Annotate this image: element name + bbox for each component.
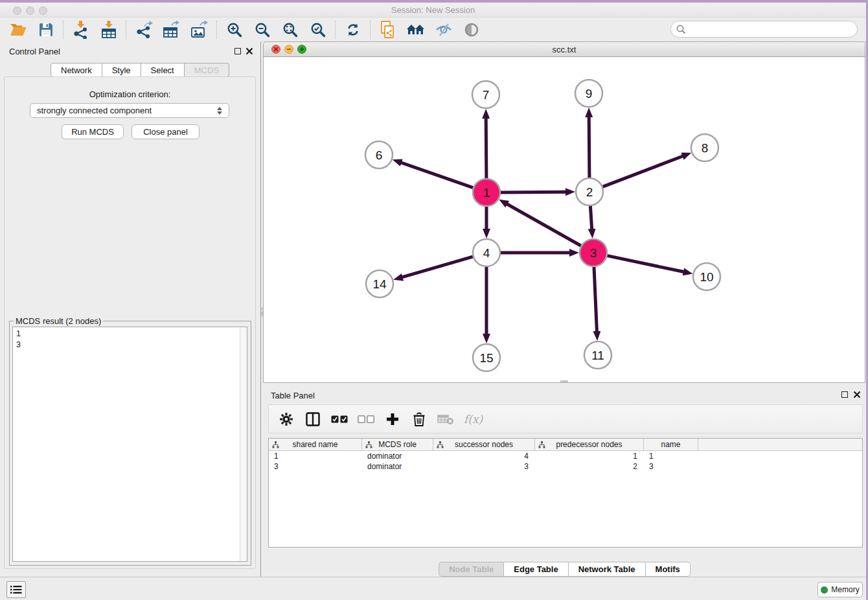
settings-gear-icon[interactable] (278, 411, 295, 428)
table-row[interactable]: 1dominator411 (269, 451, 862, 461)
function-builder-icon[interactable]: f(x) (464, 413, 483, 426)
tab-node-table[interactable]: Node Table (439, 562, 504, 577)
zoom-selected-icon[interactable] (304, 19, 332, 40)
network-canvas[interactable]: 1234678910111415 (264, 57, 865, 382)
svg-text:15: 15 (479, 351, 493, 365)
graph-node-10[interactable]: 10 (693, 263, 720, 290)
table-cell: dominator (362, 461, 433, 472)
deselect-all-icon[interactable] (358, 411, 374, 428)
svg-text:8: 8 (702, 141, 709, 155)
svg-text:4: 4 (483, 246, 490, 260)
horizontal-splitter-grip[interactable] (560, 380, 568, 382)
table-toolbar: f(x) (268, 404, 863, 433)
close-table-panel-icon[interactable] (853, 391, 861, 398)
table-row[interactable]: 3dominator323 (269, 461, 862, 472)
mcds-result-groupbox: MCDS result (2 nodes) 1 3 (9, 321, 251, 566)
refresh-icon[interactable] (339, 19, 367, 40)
tab-mcds[interactable]: MCDS (185, 63, 229, 77)
graph-edge-2-9[interactable] (589, 116, 589, 178)
svg-text:9: 9 (586, 87, 593, 100)
network-titlebar[interactable]: scc.txt (264, 42, 865, 57)
svg-text:14: 14 (372, 277, 387, 291)
graph-node-7[interactable]: 7 (472, 81, 499, 108)
search-input[interactable] (690, 24, 852, 35)
run-mcds-button[interactable]: Run MCDS (62, 124, 124, 139)
criterion-select[interactable]: strongly connected component (30, 103, 229, 118)
graph-edge-1-7[interactable] (486, 117, 486, 178)
graph-node-14[interactable]: 14 (366, 270, 393, 297)
hide-details-icon[interactable] (429, 19, 457, 40)
column-header-shared-name[interactable]: shared name (269, 439, 362, 450)
graph-edge-2-3[interactable] (590, 206, 591, 230)
mcds-result-area[interactable]: 1 3 (12, 327, 247, 562)
export-network-icon[interactable] (130, 19, 157, 40)
network-graph[interactable]: 1234678910111415 (264, 57, 865, 382)
tab-motifs[interactable]: Motifs (646, 562, 691, 577)
table-header-row: shared nameMCDS rolesuccessor nodesprede… (269, 439, 862, 451)
tab-select[interactable]: Select (141, 63, 185, 77)
table-cell: 1 (535, 451, 644, 461)
graph-node-4[interactable]: 4 (473, 239, 500, 266)
result-scrollbar[interactable] (240, 327, 247, 561)
graph-edge-3-10[interactable] (608, 256, 685, 272)
close-panel-button[interactable]: Close panel (131, 124, 200, 139)
select-all-icon[interactable] (331, 411, 348, 428)
graph-node-3[interactable]: 3 (580, 239, 607, 266)
network-title: scc.txt (264, 45, 865, 54)
control-panel-tabs: NetworkStyleSelectMCDS (51, 63, 229, 77)
graph-node-6[interactable]: 6 (365, 141, 393, 168)
graph-node-1[interactable]: 1 (473, 179, 500, 206)
clone-network-icon[interactable] (374, 19, 402, 40)
graph-node-9[interactable]: 9 (575, 80, 602, 107)
graph-edge-3-11[interactable] (594, 267, 597, 332)
column-header-mcds-role[interactable]: MCDS role (362, 439, 433, 450)
zoom-fit-icon[interactable] (276, 19, 304, 40)
close-panel-icon[interactable] (246, 47, 253, 55)
export-image-icon[interactable] (185, 19, 213, 40)
save-icon[interactable] (32, 19, 60, 40)
graph-edge-4-14[interactable] (402, 257, 473, 277)
tab-style[interactable]: Style (102, 63, 141, 77)
table-body: 1dominator4113dominator323 (269, 451, 862, 472)
open-folder-icon[interactable] (4, 19, 32, 40)
column-header-name[interactable]: name (644, 439, 698, 450)
svg-text:1: 1 (483, 186, 490, 200)
tab-network[interactable]: Network (51, 63, 102, 77)
session-title: Session: New Session (0, 5, 866, 15)
graph-node-15[interactable]: 15 (473, 344, 500, 371)
import-table-icon[interactable] (95, 19, 122, 40)
app-window: Session: New Session (0, 3, 866, 600)
table-panel-title: Table Panel (271, 391, 315, 400)
add-column-icon[interactable] (384, 411, 401, 428)
zoom-out-icon[interactable] (248, 19, 276, 40)
column-header-predecessor-nodes[interactable]: predecessor nodes (535, 439, 644, 450)
home-view-icon[interactable] (402, 19, 429, 40)
node-table: shared nameMCDS rolesuccessor nodesprede… (268, 438, 863, 548)
float-panel-icon[interactable] (234, 48, 241, 54)
graph-node-11[interactable]: 11 (584, 341, 611, 369)
toolbar-separator (63, 21, 63, 39)
graph-edge-1-6[interactable] (400, 163, 473, 188)
import-network-icon[interactable] (67, 19, 95, 40)
table-cell: 1 (269, 451, 362, 461)
column-header-successor-nodes[interactable]: successor nodes (433, 439, 535, 450)
graph-node-2[interactable]: 2 (576, 178, 603, 205)
graph-edge-1-2[interactable] (501, 192, 567, 192)
graph-node-8[interactable]: 8 (691, 134, 718, 161)
delete-column-icon[interactable] (411, 411, 428, 428)
show-graphics-icon[interactable] (457, 19, 485, 40)
tab-edge-table[interactable]: Edge Table (504, 562, 568, 577)
memory-button[interactable]: Memory (817, 582, 863, 597)
float-table-panel-icon[interactable] (841, 391, 848, 398)
graph-edge-2-8[interactable] (603, 156, 684, 187)
delete-table-icon[interactable] (437, 411, 454, 428)
toolbar-separator (335, 21, 336, 39)
column-layout-icon[interactable] (304, 411, 321, 428)
zoom-in-icon[interactable] (220, 19, 248, 40)
svg-text:7: 7 (483, 88, 490, 102)
tab-network-table[interactable]: Network Table (569, 562, 646, 577)
task-history-button[interactable] (6, 581, 26, 598)
search-field[interactable] (670, 21, 858, 38)
graph-edge-3-1[interactable] (507, 203, 581, 246)
export-table-icon[interactable] (157, 19, 185, 40)
